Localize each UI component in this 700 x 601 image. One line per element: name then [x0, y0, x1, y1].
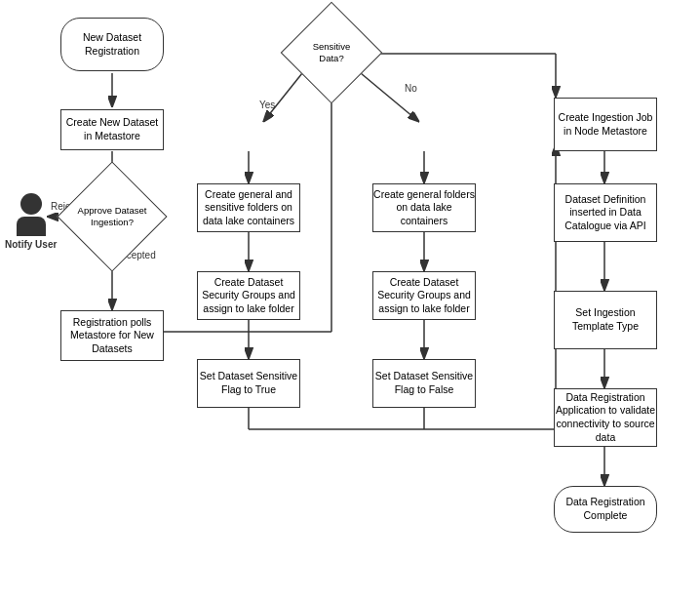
create-security-text: Create Dataset Security Groups and assig…	[373, 276, 475, 316]
set-sensitive-true-node: Set Dataset Sensitive Flag to True	[197, 359, 300, 408]
create-security-node: Create Dataset Security Groups and assig…	[372, 271, 476, 320]
create-ingestion-job-node: Create Ingestion Job in Node Metastore	[554, 98, 657, 151]
data-registration-app-node: Data Registration Application to validat…	[554, 388, 657, 447]
set-sensitive-false-text: Set Dataset Sensitive Flag to False	[373, 370, 475, 396]
create-new-dataset-node: Create New Dataset in Metastore	[60, 109, 164, 150]
sensitive-data-text: Sensitive Data?	[300, 41, 363, 65]
new-dataset-registration-node: New Dataset Registration	[60, 18, 164, 71]
create-new-dataset-text: Create New Dataset in Metastore	[61, 116, 163, 142]
create-general-sensitive-text: Create general and sensitive folders on …	[198, 188, 299, 228]
registration-polls-text: Registration polls Metastore for New Dat…	[61, 316, 163, 356]
set-ingestion-template-text: Set Ingestion Template Type	[555, 306, 656, 333]
create-general-text: Create general folders on data lake cont…	[373, 188, 475, 228]
data-registration-complete-text: Data Registration Complete	[555, 496, 656, 522]
set-sensitive-false-node: Set Dataset Sensitive Flag to False	[372, 359, 476, 408]
create-security-sensitive-text: Create Dataset Security Groups and assig…	[198, 276, 299, 316]
create-security-sensitive-node: Create Dataset Security Groups and assig…	[197, 271, 300, 320]
flowchart-diagram: Notify User Rejected Accepted Yes No New…	[0, 0, 700, 601]
dataset-definition-node: Dataset Definition inserted in Data Cata…	[554, 183, 657, 242]
set-ingestion-template-node: Set Ingestion Template Type	[554, 291, 657, 349]
person-head	[20, 193, 42, 215]
no-label: No	[405, 83, 417, 94]
create-ingestion-job-text: Create Ingestion Job in Node Metastore	[555, 111, 656, 138]
person-icon: Notify User	[5, 193, 57, 250]
approve-dataset-wrap: Approve Dataset Ingestion?	[60, 187, 164, 246]
create-general-sensitive-node: Create general and sensitive folders on …	[197, 183, 300, 232]
data-registration-complete-node: Data Registration Complete	[554, 486, 657, 533]
data-registration-app-text: Data Registration Application to validat…	[555, 391, 656, 445]
sensitive-data-wrap: Sensitive Data?	[283, 18, 380, 88]
person-body	[17, 217, 46, 236]
dataset-definition-text: Dataset Definition inserted in Data Cata…	[555, 193, 656, 233]
notify-user-label: Notify User	[5, 239, 57, 250]
set-sensitive-true-text: Set Dataset Sensitive Flag to True	[198, 370, 299, 396]
registration-polls-node: Registration polls Metastore for New Dat…	[60, 310, 164, 361]
yes-label: Yes	[259, 100, 275, 110]
approve-dataset-text: Approve Dataset Ingestion?	[76, 205, 148, 229]
new-dataset-registration-text: New Dataset Registration	[61, 31, 163, 58]
create-general-node: Create general folders on data lake cont…	[372, 183, 476, 232]
